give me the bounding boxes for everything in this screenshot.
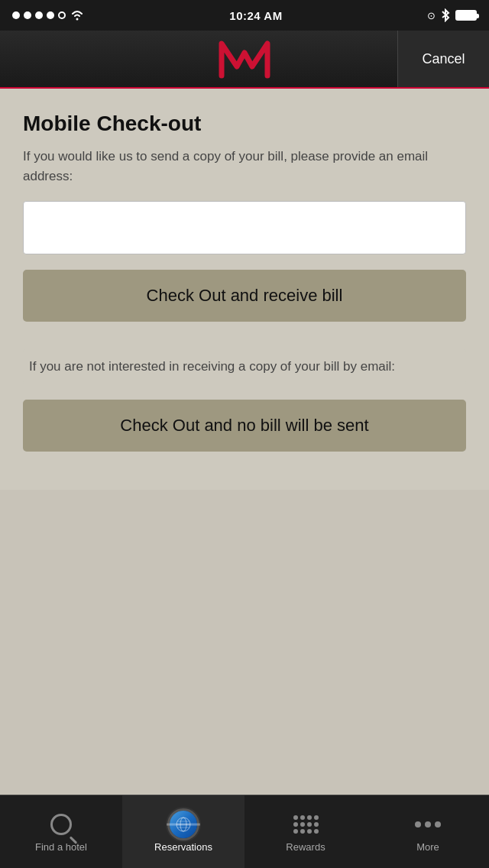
svg-point-1: [176, 818, 190, 831]
no-bill-description: If you are not interested in receiving a…: [23, 349, 466, 384]
tab-rewards-label: Rewards: [286, 841, 325, 853]
checkout-no-bill-button[interactable]: Check Out and no bill will be sent: [23, 400, 466, 452]
signal-dot-2: [24, 11, 31, 19]
tab-find-hotel[interactable]: Find a hotel: [0, 795, 122, 868]
svg-point-2: [180, 818, 186, 831]
tab-reservations-label: Reservations: [154, 841, 212, 853]
status-time: 10:24 AM: [229, 9, 282, 22]
signal-indicators: [12, 9, 85, 21]
tab-bar: Find a hotel Reservations: [0, 795, 489, 868]
tab-rewards[interactable]: Rewards: [244, 795, 367, 868]
checkout-with-bill-button[interactable]: Check Out and receive bill: [23, 270, 466, 322]
tab-more-label: More: [416, 841, 439, 853]
marriott-logo: [218, 37, 271, 80]
no-bill-section: If you are not interested in receiving a…: [23, 349, 466, 452]
signal-dot-5: [58, 11, 66, 19]
status-right-icons: ⊙: [427, 8, 477, 22]
bluetooth-icon: [440, 8, 451, 22]
tab-more[interactable]: More: [367, 795, 489, 868]
page-title: Mobile Check-out: [23, 112, 466, 136]
bill-description: If you would like us to send a copy of y…: [23, 147, 466, 186]
wifi-icon: [70, 9, 85, 21]
signal-dot-3: [35, 11, 43, 19]
more-icon: [414, 811, 442, 838]
signal-dot-4: [47, 11, 54, 19]
tab-reservations[interactable]: Reservations: [122, 795, 244, 868]
email-input[interactable]: [23, 201, 466, 254]
search-icon: [47, 811, 75, 838]
marriott-m-logo: [218, 37, 271, 80]
main-content: Mobile Check-out If you would like us to…: [0, 89, 489, 490]
battery-icon: [455, 10, 477, 21]
tab-find-hotel-label: Find a hotel: [35, 841, 87, 853]
rewards-icon: [292, 811, 319, 838]
svg-point-0: [76, 18, 79, 21]
signal-dot-1: [12, 11, 20, 19]
cancel-button[interactable]: Cancel: [397, 31, 489, 87]
reservations-icon: [170, 811, 197, 838]
app-header: Cancel: [0, 31, 489, 89]
lock-icon: ⊙: [427, 10, 436, 21]
status-bar: 10:24 AM ⊙: [0, 0, 489, 31]
